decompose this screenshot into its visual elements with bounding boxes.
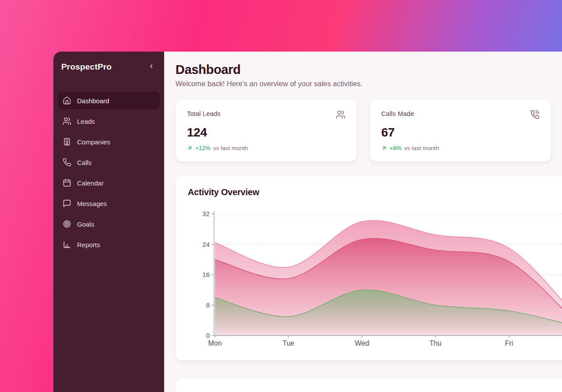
sidebar-item-leads[interactable]: Leads	[58, 112, 160, 130]
sidebar-item-label: Calendar	[77, 179, 104, 187]
app-logo: ProspectPro	[61, 62, 112, 72]
trend-note: vs last month	[404, 145, 439, 151]
sidebar-item-label: Messages	[77, 200, 107, 207]
chart-title: Activity Overview	[188, 187, 562, 197]
stat-value: 67	[381, 126, 540, 140]
sidebar-item-companies[interactable]: Companies	[58, 133, 160, 150]
svg-text:Tue: Tue	[283, 340, 295, 347]
svg-text:24: 24	[202, 240, 210, 248]
sidebar-item-label: Companies	[77, 138, 110, 146]
sidebar-item-calls[interactable]: Calls	[58, 154, 160, 171]
app-window: ProspectPro DashboardLeadsCompaniesCalls…	[53, 52, 562, 392]
stat-trend: +8%vs last month	[381, 145, 540, 151]
sidebar-item-dashboard[interactable]: Dashboard	[58, 92, 160, 109]
stat-value: 124	[187, 126, 345, 140]
svg-text:Fri: Fri	[505, 340, 513, 347]
trend-value: +8%	[390, 145, 401, 151]
stat-card-calls-made: Calls Made67+8%vs last month	[370, 100, 551, 161]
stat-label: Calls Made	[381, 110, 414, 117]
sidebar-item-label: Goals	[77, 220, 94, 228]
next-section-card	[176, 378, 562, 392]
sidebar-collapse-button[interactable]	[146, 62, 156, 72]
svg-text:32: 32	[202, 210, 210, 217]
chevron-left-icon	[148, 63, 155, 71]
users-icon	[336, 110, 345, 121]
page-title: Dashboard	[176, 63, 562, 77]
svg-text:Wed: Wed	[355, 340, 369, 347]
stat-card-total-leads: Total Leads124+12%vs last month	[176, 100, 357, 161]
trend-value: +12%	[195, 145, 211, 151]
activity-area-chart: 08162432MonTueWedThuFri	[188, 203, 562, 348]
stat-label: Total Leads	[187, 110, 221, 117]
trend-up-icon	[381, 145, 387, 151]
message-square-icon	[63, 199, 71, 208]
sidebar-nav: DashboardLeadsCompaniesCallsCalendarMess…	[58, 92, 160, 253]
sidebar-item-reports[interactable]: Reports	[58, 236, 160, 253]
phone-call-icon	[530, 110, 540, 121]
stat-card-header: Total Leads	[187, 110, 345, 121]
bar-chart-icon	[63, 240, 71, 249]
home-icon	[63, 96, 71, 105]
svg-text:8: 8	[206, 301, 210, 308]
sidebar-item-label: Dashboard	[77, 97, 109, 105]
main-content: Dashboard Welcome back! Here's an overvi…	[164, 52, 562, 392]
stat-card-header: Calls Made	[381, 110, 540, 121]
page-subtitle: Welcome back! Here's an overview of your…	[176, 80, 562, 88]
stat-trend: +12%vs last month	[187, 145, 345, 151]
sidebar-item-label: Reports	[77, 241, 100, 248]
svg-text:0: 0	[206, 332, 210, 339]
stat-cards-row: Total Leads124+12%vs last monthCalls Mad…	[176, 100, 562, 161]
users-icon	[63, 117, 71, 126]
phone-icon	[63, 158, 71, 167]
sidebar-item-label: Leads	[77, 118, 95, 125]
building-icon	[63, 137, 71, 146]
calendar-icon	[63, 178, 71, 187]
sidebar-item-goals[interactable]: Goals	[58, 215, 160, 233]
sidebar-item-calendar[interactable]: Calendar	[58, 174, 160, 192]
svg-text:16: 16	[202, 271, 210, 278]
target-icon	[63, 220, 71, 228]
trend-up-icon	[187, 145, 193, 151]
sidebar-item-messages[interactable]: Messages	[58, 195, 160, 212]
trend-note: vs last month	[213, 145, 248, 151]
sidebar-header: ProspectPro	[58, 59, 160, 73]
svg-text:Mon: Mon	[208, 340, 221, 347]
svg-text:Thu: Thu	[429, 340, 442, 347]
sidebar: ProspectPro DashboardLeadsCompaniesCalls…	[53, 52, 164, 392]
sidebar-item-label: Calls	[77, 159, 91, 166]
activity-overview-card: Activity Overview 08162432MonTueWedThuFr…	[176, 176, 562, 360]
